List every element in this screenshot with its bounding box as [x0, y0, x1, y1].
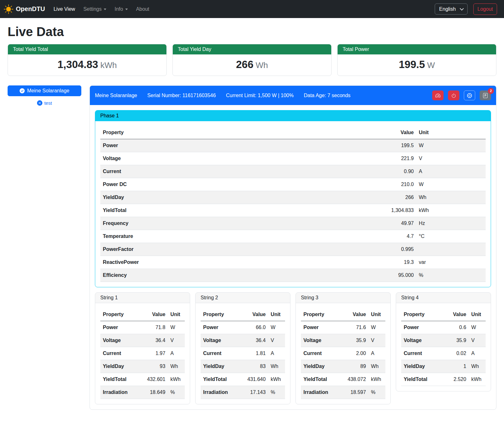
events-badge: 2	[488, 88, 494, 94]
string-table-wrap: Property Value Unit Power	[95, 303, 190, 399]
inverter-actions: 2	[432, 90, 491, 100]
property-cell: YieldTotal	[401, 373, 438, 386]
property-cell: Voltage	[100, 334, 137, 347]
string-table-wrap: Property Value Unit Power	[196, 303, 290, 399]
property-cell: Frequency	[100, 217, 339, 230]
unit-cell: kWh	[369, 373, 385, 386]
sun-icon	[4, 4, 13, 14]
value-cell: 2.520	[438, 373, 469, 386]
power-button[interactable]	[448, 90, 459, 100]
property-cell: YieldDay	[100, 360, 137, 373]
navbar: OpenDTU Live View Settings Info About En…	[0, 0, 504, 18]
property-cell: PowerFactor	[100, 243, 339, 256]
card-unit: W	[427, 60, 435, 70]
total-power-card: Total Power 199.5W	[337, 44, 496, 76]
value-cell: 71.6	[338, 321, 368, 334]
property-cell: Voltage	[201, 334, 238, 347]
unit-cell: Wh	[369, 360, 385, 373]
inverter-panel-header: Meine Solaranlage Serial Number: 1161716…	[90, 86, 496, 105]
nav-item-about[interactable]: About	[132, 4, 153, 15]
table-row: YieldDay 1 Wh	[401, 360, 486, 373]
string-table-wrap: Property Value Unit Power	[396, 303, 491, 386]
value-cell: 1,304.833	[339, 204, 416, 217]
value-cell: 221.9	[339, 152, 416, 165]
test-link[interactable]: test	[8, 100, 81, 106]
table-row: YieldTotal 2.520 kWh	[401, 373, 486, 386]
value-cell: 0.90	[339, 165, 416, 178]
table-row: YieldTotal 431.640 kWh	[201, 373, 285, 386]
phase-table-wrap: Property Value Unit Power	[95, 121, 491, 282]
property-cell: YieldDay	[401, 360, 438, 373]
property-cell: YieldTotal	[201, 373, 238, 386]
inverter-sidebar: Meine Solaranlage test	[8, 85, 81, 106]
language-select[interactable]: English	[435, 3, 468, 15]
card-body: 1,304.83kWh	[8, 54, 166, 76]
unit-cell: V	[369, 334, 385, 347]
card-value: 199.5	[399, 59, 425, 70]
property-cell: Efficiency	[100, 269, 339, 282]
card-value: 266	[236, 59, 253, 70]
nav-item-live-view[interactable]: Live View	[49, 4, 79, 15]
col-value: Value	[438, 308, 469, 321]
page-container: Live Data Total Yield Total 1,304.83kWh …	[0, 25, 504, 419]
table-row: Power 199.5 W	[100, 139, 486, 152]
value-cell: 35.9	[438, 334, 469, 347]
table-row: YieldDay 83 Wh	[201, 360, 285, 373]
unit-cell: Wh	[469, 360, 486, 373]
test-link-label: test	[44, 100, 52, 106]
card-title: Total Yield Total	[8, 44, 166, 54]
string-title: String 1	[95, 293, 190, 303]
device-info-button[interactable]	[464, 90, 475, 100]
table-row: Current 0.90 A	[100, 165, 486, 178]
string-title: String 4	[396, 293, 491, 303]
logout-button[interactable]: Logout	[473, 3, 497, 15]
inverter-button-label: Meine Solaranlage	[27, 88, 69, 94]
unit-cell: A	[469, 347, 486, 360]
table-header-row: Property Value Unit	[401, 308, 486, 321]
unit-cell	[416, 243, 486, 256]
card-title: Total Power	[338, 44, 496, 54]
main-row: Meine Solaranlage test Meine Solaranlage…	[8, 85, 496, 410]
value-cell: 431.640	[238, 373, 268, 386]
value-cell: 0.6	[438, 321, 469, 334]
string-3-card: String 3 Property Value Unit	[296, 292, 391, 404]
string-4-card: String 4 Property Value Unit	[396, 292, 491, 391]
col-property: Property	[301, 308, 338, 321]
value-cell: 95.000	[339, 269, 416, 282]
table-row: YieldTotal 432.601 kWh	[100, 373, 185, 386]
inverter-select-button[interactable]: Meine Solaranlage	[8, 85, 81, 96]
property-cell: Voltage	[401, 334, 438, 347]
unit-cell: A	[416, 165, 486, 178]
page-title: Live Data	[8, 25, 496, 39]
value-cell: 83	[238, 360, 268, 373]
value-cell: 2.00	[338, 347, 368, 360]
property-cell: ReactivePower	[100, 256, 339, 269]
value-cell: 199.5	[339, 139, 416, 152]
events-button[interactable]: 2	[480, 90, 491, 100]
brand-link[interactable]: OpenDTU	[4, 4, 45, 14]
string-2-card: String 2 Property Value Unit	[195, 292, 290, 404]
value-cell: 49.97	[339, 217, 416, 230]
table-row: ReactivePower 19.3 var	[100, 256, 486, 269]
property-cell: Irradiation	[100, 386, 137, 399]
property-cell: YieldDay	[100, 191, 339, 204]
string-table: Property Value Unit Power	[401, 308, 486, 386]
string-title: String 3	[296, 293, 390, 303]
table-row: Voltage 35.9 V	[301, 334, 385, 347]
table-header-row: Property Value Unit	[301, 308, 385, 321]
x-circle-icon	[37, 100, 42, 106]
journal-icon	[483, 93, 488, 98]
table-row: YieldDay 89 Wh	[301, 360, 385, 373]
phase-title: Phase 1	[95, 110, 491, 121]
value-cell: 18.597	[338, 386, 368, 399]
col-property: Property	[100, 308, 137, 321]
nav-item-settings[interactable]: Settings	[79, 4, 110, 15]
card-body: 266Wh	[173, 54, 331, 76]
string-title: String 2	[196, 293, 290, 303]
value-cell: 438.072	[338, 373, 368, 386]
nav-item-info[interactable]: Info	[110, 4, 132, 15]
col-unit: Unit	[416, 126, 486, 139]
inverter-panel: Meine Solaranlage Serial Number: 1161716…	[90, 85, 496, 410]
col-value: Value	[338, 308, 368, 321]
limit-button[interactable]	[432, 90, 444, 100]
